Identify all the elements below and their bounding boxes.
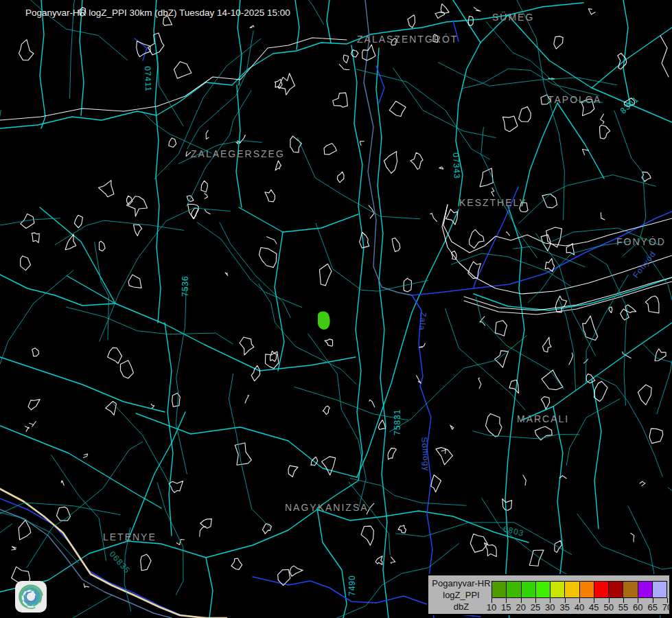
legend-product: logZ_PPI bbox=[431, 589, 491, 601]
legend-cell bbox=[638, 581, 653, 598]
legend-cell bbox=[550, 581, 565, 598]
legend-cell bbox=[579, 581, 594, 598]
legend-cell bbox=[535, 581, 551, 598]
dbz-color-legend: Poganyvar-HR logZ_PPI dbZ 10152025303540… bbox=[427, 574, 671, 615]
legend-cell bbox=[594, 581, 609, 598]
radar-map-canvas bbox=[0, 0, 672, 618]
legend-cell bbox=[564, 581, 579, 598]
legend-cell bbox=[491, 581, 507, 598]
spiral-icon bbox=[15, 581, 47, 613]
legend-unit: dbZ bbox=[431, 601, 491, 613]
legend-cell bbox=[506, 581, 521, 598]
legend-cell bbox=[608, 581, 623, 598]
radar-viewport: SÜMEGZALASZENTGRÓTTAPOLCAZALAEGERSZEGKES… bbox=[0, 0, 672, 618]
legend-caption: Poganyvar-HR logZ_PPI dbZ bbox=[431, 577, 491, 613]
radar-echo-cell bbox=[318, 312, 330, 330]
legend-cell bbox=[521, 581, 536, 598]
legend-color-strip bbox=[491, 581, 667, 598]
product-title: Poganyvar-HR logZ_PPI 30km (dbZ) Tuesday… bbox=[25, 8, 290, 18]
legend-site-name: Poganyvar-HR bbox=[431, 577, 491, 589]
legend-cell bbox=[652, 581, 667, 598]
legend-cell bbox=[623, 581, 638, 598]
legend-tick-label: 70 bbox=[659, 602, 672, 613]
radar-site-spiral-logo[interactable] bbox=[15, 581, 47, 613]
